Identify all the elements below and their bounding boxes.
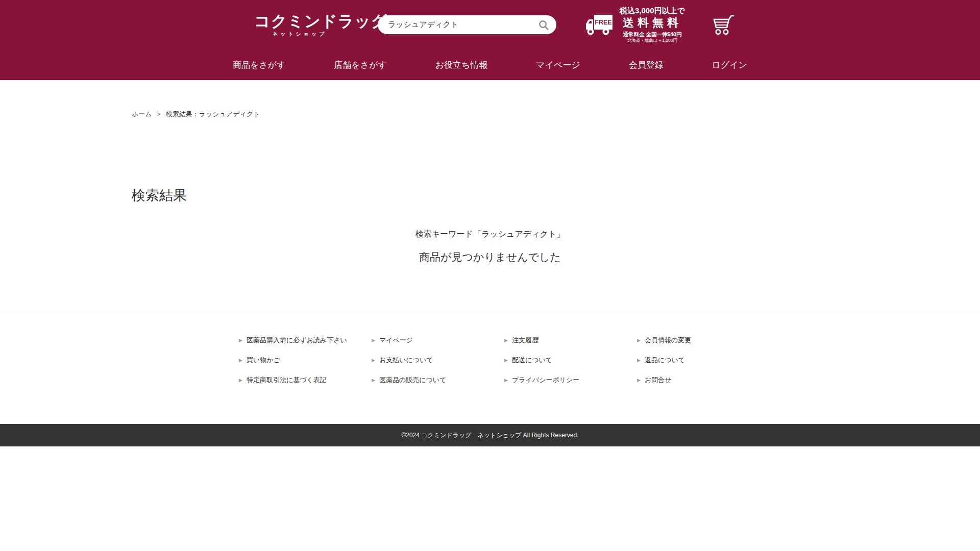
copyright-text: ©2024 コクミンドラッグ ネットショップ All Rights Reserv… [401,431,578,440]
footer-link-label: 会員情報の変更 [645,336,691,345]
arrow-bullet-icon: ▶ [637,338,641,343]
footer-column-2: ▶ マイページ ▶ お支払いについて ▶ 医薬品の販売について [372,336,504,395]
header-top-row: コクミンドラッグ ネットショップ [189,0,791,49]
shipping-text-block: 税込3,000円以上で 送料無料 通常料金 全国一律540円 北海道・離島は＋1… [620,6,685,43]
nav-item-register[interactable]: 会員登録 [629,59,664,71]
footer-link-delivery[interactable]: ▶ 配送について [504,356,637,365]
footer-link-label: 配送について [512,356,552,365]
search-keyword-line: 検索キーワード「ラッシュアディクト」 [132,229,848,240]
bottom-whitespace [0,446,980,551]
footer-links-section: ▶ 医薬品購入前に必ずお読み下さい ▶ 買い物かご ▶ 特定商取引法に基づく表記… [0,314,980,424]
arrow-bullet-icon: ▶ [504,358,508,363]
no-results-message: 商品が見つかりませんでした [132,250,848,264]
arrow-bullet-icon: ▶ [239,338,242,343]
page-title: 検索結果 [132,186,848,205]
footer-link-medicine-sales[interactable]: ▶ 医薬品の販売について [372,375,504,385]
search-button[interactable] [537,18,550,32]
footer-link-label: お問合せ [645,375,672,385]
footer-link-order-history[interactable]: ▶ 注文履歴 [504,336,637,345]
arrow-bullet-icon: ▶ [504,338,508,343]
footer-link-label: プライバシーポリシー [512,375,579,385]
cart-button[interactable] [712,14,735,36]
arrow-bullet-icon: ▶ [372,378,375,383]
free-badge-text: FREE [595,19,611,26]
footer-link-commercial-law[interactable]: ▶ 特定商取引法に基づく表記 [239,375,372,385]
breadcrumb-home-link[interactable]: ホーム [132,110,152,119]
footer-link-label: 注文履歴 [512,336,538,345]
footer-link-mypage[interactable]: ▶ マイページ [372,336,504,345]
breadcrumb-current: 検索結果：ラッシュアディクト [166,110,260,119]
arrow-bullet-icon: ▶ [239,378,242,383]
footer-links-grid: ▶ 医薬品購入前に必ずお読み下さい ▶ 買い物かご ▶ 特定商取引法に基づく表記… [239,336,770,395]
footer-link-privacy-policy[interactable]: ▶ プライバシーポリシー [504,375,637,385]
footer-link-label: マイページ [379,336,413,345]
arrow-bullet-icon: ▶ [372,358,375,363]
footer-link-contact[interactable]: ▶ お問合せ [637,375,770,385]
footer-link-label: お支払いについて [379,356,433,365]
search-icon [538,19,549,31]
shipping-free-label: 送料無料 [620,16,685,29]
arrow-bullet-icon: ▶ [637,378,641,383]
site-logo[interactable]: コクミンドラッグ ネットショップ [254,13,345,37]
footer-link-label: 返品について [645,356,685,365]
main-content: ホーム > 検索結果：ラッシュアディクト 検索結果 検索キーワード「ラッシュアデ… [132,110,848,314]
shipping-remote-fee: 北海道・離島は＋1,000円 [620,38,685,43]
nav-item-login[interactable]: ログイン [712,59,747,71]
logo-main-text: コクミンドラッグ [254,13,345,29]
search-input[interactable] [388,20,537,29]
search-box [378,15,556,34]
header-inner: コクミンドラッグ ネットショップ [189,0,791,80]
nav-item-useful-info[interactable]: お役立ち情報 [435,59,488,71]
footer-column-1: ▶ 医薬品購入前に必ずお読み下さい ▶ 買い物かご ▶ 特定商取引法に基づく表記 [239,336,372,395]
footer-link-member-info[interactable]: ▶ 会員情報の変更 [637,336,770,345]
breadcrumb-separator: > [157,111,161,118]
nav-item-mypage[interactable]: マイページ [536,59,580,71]
footer-link-label: 特定商取引法に基づく表記 [247,375,327,385]
arrow-bullet-icon: ▶ [637,358,641,363]
footer-link-label: 医薬品の販売について [379,375,447,385]
footer-column-4: ▶ 会員情報の変更 ▶ 返品について ▶ お問合せ [637,336,770,395]
delivery-truck-icon: FREE [585,13,614,37]
shipping-threshold: 税込3,000円以上で [620,6,685,15]
arrow-bullet-icon: ▶ [372,338,375,343]
nav-item-store-search[interactable]: 店舗をさがす [334,59,387,71]
cart-icon [712,14,735,36]
main-navigation: 商品をさがす 店舗をさがす お役立ち情報 マイページ 会員登録 ログイン [189,49,791,80]
shipping-normal-fee: 通常料金 全国一律540円 [620,31,685,37]
breadcrumb: ホーム > 検索結果：ラッシュアディクト [132,110,848,119]
footer-link-label: 医薬品購入前に必ずお読み下さい [247,336,347,345]
copyright-bar: ©2024 コクミンドラッグ ネットショップ All Rights Reserv… [0,424,980,446]
site-header: コクミンドラッグ ネットショップ [0,0,980,80]
footer-link-shopping-cart[interactable]: ▶ 買い物かご [239,356,372,365]
footer-column-3: ▶ 注文履歴 ▶ 配送について ▶ プライバシーポリシー [504,336,637,395]
footer-link-returns[interactable]: ▶ 返品について [637,356,770,365]
footer-link-payment[interactable]: ▶ お支払いについて [372,356,504,365]
logo-sub-text: ネットショップ [254,32,345,37]
footer-link-label: 買い物かご [247,356,280,365]
nav-item-product-search[interactable]: 商品をさがす [233,59,286,71]
footer-link-medicine-notice[interactable]: ▶ 医薬品購入前に必ずお読み下さい [239,336,372,345]
arrow-bullet-icon: ▶ [239,358,242,363]
arrow-bullet-icon: ▶ [504,378,508,383]
site-footer: ▶ 医薬品購入前に必ずお読み下さい ▶ 買い物かご ▶ 特定商取引法に基づく表記… [0,314,980,551]
free-shipping-banner: FREE 税込3,000円以上で 送料無料 通常料金 全国一律540円 北海道・… [585,6,685,43]
